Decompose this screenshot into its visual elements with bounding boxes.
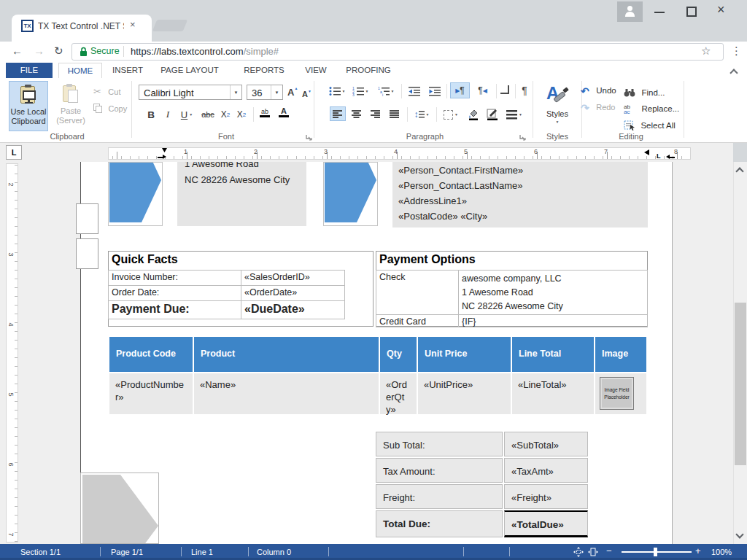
pan-mode-icon[interactable] [573, 547, 584, 557]
product-table-header[interactable]: Image [595, 337, 646, 372]
new-tab-button[interactable] [152, 20, 187, 31]
font-size-dropdown-icon[interactable]: ▼ [271, 85, 282, 99]
line-style-menu-button[interactable]: ▼ [503, 106, 525, 122]
document-canvas[interactable]: 2 3 4 5 6 7 1 Awesome Road NC 28226 Awes… [0, 162, 733, 544]
underline-button[interactable]: U▼ [177, 106, 196, 122]
product-row-image-cell[interactable]: Image Field Placeholder [595, 373, 646, 414]
bookmark-star-icon[interactable]: ☆ [701, 44, 711, 58]
tab-selector-button[interactable]: L [6, 145, 22, 160]
product-table-header[interactable]: Product [194, 337, 379, 372]
product-row-cell[interactable]: «Name» [194, 373, 379, 414]
tab-proofing[interactable]: PROOFING [341, 63, 395, 78]
numbered-list-button[interactable]: 123 ▼ [350, 83, 371, 99]
product-row-cell[interactable]: «ProductNumber» [109, 373, 193, 414]
font-dialog-launcher-icon[interactable] [306, 134, 312, 141]
bullet-list-button[interactable]: ▼ [327, 83, 347, 99]
profile-button[interactable] [617, 1, 643, 22]
totals-value[interactable]: «SubTotal» [504, 432, 588, 456]
decrease-indent-button[interactable] [406, 83, 423, 99]
tab-stop-marker[interactable]: L [657, 152, 661, 160]
totals-value[interactable]: «TaxAmt» [504, 458, 588, 483]
undo-button[interactable]: ↶ Undo [581, 85, 616, 98]
show-paragraph-marks-button[interactable]: ¶ [518, 82, 531, 98]
strikethrough-button[interactable]: abc [199, 106, 217, 122]
grow-font-button[interactable]: A▲ [287, 85, 301, 98]
align-center-button[interactable] [349, 106, 365, 121]
tab-page-layout[interactable]: PAGE LAYOUT [155, 63, 225, 78]
justify-button[interactable] [387, 106, 403, 121]
zoom-slider-thumb[interactable] [654, 548, 657, 556]
left-to-right-button[interactable]: ▶¶ [450, 82, 470, 98]
replace-button[interactable]: ab ac Replace... [624, 101, 679, 114]
font-size-combo[interactable]: 36 ▼ [247, 85, 283, 100]
back-icon[interactable]: ← [12, 44, 23, 57]
select-all-button[interactable]: Select All [624, 118, 676, 131]
borders-button[interactable]: ▼ [441, 106, 461, 122]
zoom-in-icon[interactable]: + [695, 545, 701, 556]
tab-title: TX Text Control .NET Serv [38, 21, 124, 31]
browser-menu-icon[interactable]: ⋮ [731, 44, 742, 58]
corner-mark-icon[interactable] [500, 85, 509, 94]
status-page[interactable]: Page 1/1 [111, 548, 143, 556]
tab-insert[interactable]: INSERT [108, 63, 147, 78]
scrollbar-thumb[interactable] [735, 303, 746, 465]
totals-value[interactable]: «Freight» [504, 484, 588, 509]
use-local-clipboard-button[interactable]: Use Local Clipboard [9, 81, 48, 131]
subscript-button[interactable]: X2 [218, 106, 233, 122]
status-section[interactable]: Section 1/1 [20, 548, 61, 556]
tab-view[interactable]: VIEW [301, 63, 331, 78]
shading-button[interactable] [465, 106, 481, 122]
quick-facts-value[interactable]: «SalesOrderID» [241, 270, 345, 286]
right-margin-marker[interactable] [666, 155, 675, 160]
superscript-button[interactable]: X2 [234, 106, 249, 122]
align-right-button[interactable] [368, 106, 384, 121]
shrink-font-button[interactable]: A▼ [302, 87, 315, 100]
vertical-ruler[interactable]: 2 3 4 5 6 7 [6, 163, 18, 542]
recipient-address-block[interactable]: «Person_Contact.FirstName» «Person_Conta… [392, 162, 648, 228]
bold-button[interactable]: B [144, 106, 158, 122]
quick-facts-value[interactable]: «OrderDate» [241, 285, 345, 301]
product-row-cell[interactable]: «UnitPrice» [418, 373, 511, 414]
paragraph-dialog-launcher-icon[interactable] [519, 134, 526, 141]
tab-file[interactable]: FILE [6, 63, 53, 78]
product-table-header[interactable]: Line Total [512, 337, 594, 372]
tab-home[interactable]: HOME [58, 63, 102, 78]
maximize-button[interactable] [686, 7, 697, 17]
highlight-button[interactable]: ab [258, 108, 272, 117]
find-button[interactable]: Find... [624, 85, 665, 98]
status-line[interactable]: Line 1 [191, 548, 213, 556]
minimize-button[interactable] [654, 12, 665, 13]
product-row-cell[interactable]: «OrderQty» [380, 373, 417, 414]
left-indent-marker[interactable] [158, 155, 166, 160]
font-color-button[interactable]: A [276, 106, 291, 117]
product-table-header[interactable]: Qty [380, 337, 417, 372]
right-to-left-button[interactable]: ¶◀ [473, 82, 492, 98]
forward-icon[interactable]: → [34, 44, 44, 57]
zoom-out-icon[interactable]: − [606, 545, 612, 556]
tab-close-icon[interactable]: × [130, 19, 136, 30]
format-painter-pen-button[interactable] [484, 106, 500, 122]
styles-button[interactable]: A Styles ▼ [538, 81, 577, 131]
totals-value[interactable]: «TotalDue» [504, 510, 588, 537]
fit-page-icon[interactable] [588, 547, 598, 557]
status-column[interactable]: Column 0 [257, 548, 291, 556]
italic-button[interactable]: I [161, 106, 174, 122]
line-spacing-button[interactable]: ↕ ▼ [411, 106, 432, 122]
product-table-header[interactable]: Unit Price [418, 337, 511, 372]
quick-facts-label: Payment Due: [108, 300, 241, 319]
close-window-button[interactable]: × [717, 2, 725, 18]
payment-options-frame[interactable]: Payment Options Check awesome company, L… [376, 251, 648, 327]
reload-icon[interactable]: ↻ [54, 44, 63, 58]
multilevel-list-button[interactable]: 1ai ▼ [375, 83, 397, 99]
font-family-dropdown-icon[interactable]: ▼ [230, 85, 241, 99]
product-table-header[interactable]: Product Code [109, 337, 193, 372]
payment-credit-value[interactable]: {IF} [458, 314, 648, 327]
increase-indent-button[interactable] [426, 83, 444, 99]
product-row-cell[interactable]: «LineTotal» [512, 373, 594, 414]
quick-facts-value[interactable]: «DueDate» [241, 300, 345, 319]
tab-reports[interactable]: REPORTS [239, 63, 289, 78]
quick-facts-frame[interactable]: Quick Facts Invoice Number: «SalesOrderI… [108, 251, 374, 327]
font-family-combo[interactable]: Calibri Light ▼ [139, 85, 242, 100]
align-left-button[interactable] [330, 106, 346, 121]
sender-address-block[interactable]: 1 Awesome Road NC 28226 Awesome City [177, 162, 306, 226]
